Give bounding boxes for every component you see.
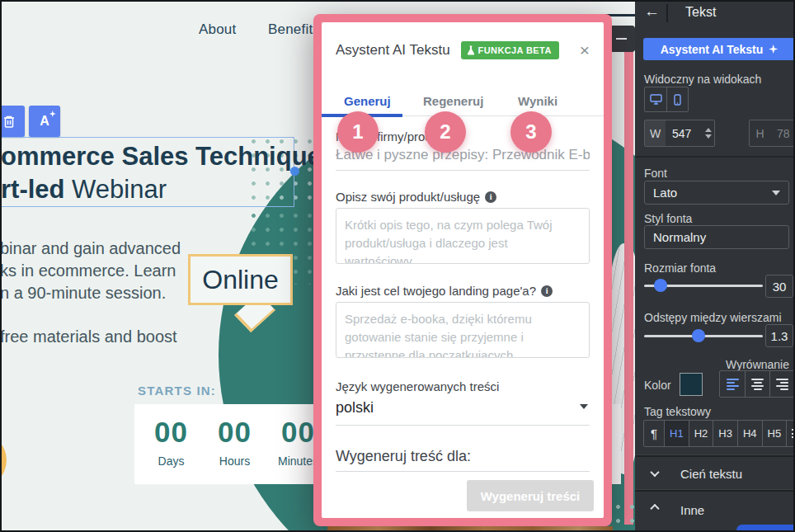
trash-icon	[2, 115, 16, 129]
close-icon[interactable]: ×	[580, 44, 590, 57]
slider-thumb[interactable]	[692, 329, 705, 342]
header-divider	[666, 4, 668, 22]
sparkle-icon	[769, 45, 778, 54]
desktop-icon	[650, 94, 662, 105]
list-icon	[792, 429, 795, 438]
color-label: Kolor	[644, 379, 671, 392]
flask-icon	[467, 45, 475, 55]
line-height-slider[interactable]	[644, 335, 763, 337]
beta-badge: FUNKCJA BETA	[461, 41, 559, 59]
align-right-button[interactable]	[769, 371, 794, 397]
generate-content-button[interactable]: Wygeneruj treści	[467, 480, 594, 511]
line-height-label: Odstępy między wierszami	[644, 311, 782, 324]
tag-h2-button[interactable]: H2	[689, 421, 713, 446]
settings-sidebar: ← Tekst Asystent AI Tekstu Widoczny na w…	[635, 0, 795, 532]
width-value[interactable]: 547	[666, 120, 703, 146]
font-size-value[interactable]: 30	[765, 275, 793, 298]
minus-icon	[616, 38, 627, 40]
selection-resize-handle[interactable]	[290, 167, 299, 176]
text-tag-group: ¶ H1 H2 H3 H4 H5	[643, 420, 795, 447]
name-input[interactable]	[336, 145, 590, 171]
chevron-down-icon	[650, 468, 659, 477]
ai-text-icon: A	[40, 114, 49, 129]
tab-generuj[interactable]: Generuj	[344, 94, 391, 108]
back-arrow-icon[interactable]: ←	[644, 2, 660, 21]
step-badge-1: 1	[337, 111, 379, 153]
width-field[interactable]: W 547	[644, 120, 715, 147]
nav-link-benefits[interactable]: Benefits	[268, 21, 320, 38]
countdown-days: 00 Days	[139, 416, 203, 484]
tag-h3-button[interactable]: H3	[713, 421, 737, 446]
chevron-up-icon	[650, 504, 659, 513]
other-section-header[interactable]: Inne	[635, 493, 795, 526]
description-textarea[interactable]	[336, 208, 590, 264]
heading-line-2: rt-led Webinar	[1, 173, 294, 206]
height-label: H	[750, 120, 770, 146]
info-icon[interactable]: i	[485, 191, 496, 203]
font-style-select[interactable]: Normalny	[644, 225, 789, 249]
language-select[interactable]: polski	[336, 397, 590, 426]
width-stepper[interactable]	[703, 120, 714, 146]
pink-section-edge	[624, 46, 633, 525]
hidden-bottom-button[interactable]	[736, 525, 795, 532]
selected-heading-element[interactable]: ommerce Sales Techniques rt-led Webinar	[0, 137, 294, 207]
device-visibility-group	[644, 87, 689, 112]
heading-line-1: ommerce Sales Techniques	[1, 140, 294, 173]
tag-h1-button[interactable]: H1	[664, 421, 689, 446]
goal-field-label: Jaki jest cel twojego landing page'a? i	[336, 284, 553, 298]
line-height-value[interactable]: 1.3	[765, 324, 793, 347]
body-paragraph[interactable]: binar and gain advanced ks in ecommerce.…	[0, 238, 181, 348]
desktop-visibility-toggle[interactable]	[645, 87, 666, 111]
goal-textarea[interactable]	[336, 302, 590, 358]
sidebar-header: ← Tekst	[635, 0, 795, 26]
font-size-label: Rozmiar fonta	[644, 261, 716, 275]
yellow-circle-decoration	[0, 433, 7, 487]
countdown-title: STARTS IN:	[138, 384, 216, 398]
align-left-button[interactable]	[720, 371, 745, 397]
panel-title: Tekst	[685, 5, 716, 20]
tag-h5-button[interactable]: H5	[762, 421, 787, 446]
tag-h4-button[interactable]: H4	[737, 421, 762, 446]
generate-for-heading: Wygeneruj treść dla:	[336, 448, 590, 472]
online-badge: Online	[188, 254, 293, 305]
info-icon[interactable]: i	[541, 285, 553, 297]
tag-list-button[interactable]	[786, 421, 795, 446]
language-field-label: Język wygenerowanych treści	[336, 379, 499, 393]
step-badge-2: 2	[425, 111, 466, 153]
tab-regeneruj[interactable]: Regeneruj	[423, 94, 483, 108]
font-select[interactable]: Lato	[644, 181, 789, 205]
text-tag-label: Tag tekstowy	[644, 405, 711, 418]
step-down-icon[interactable]	[705, 134, 712, 139]
align-center-button[interactable]	[745, 371, 769, 397]
alignment-label: Wyrównanie	[726, 358, 789, 371]
chevron-down-icon	[580, 404, 588, 409]
text-color-swatch[interactable]	[680, 373, 703, 396]
tag-paragraph-button[interactable]: ¶	[644, 421, 664, 446]
width-label: W	[645, 120, 666, 146]
delete-element-button[interactable]	[0, 106, 25, 137]
align-right-icon	[776, 379, 788, 390]
ai-assistant-button[interactable]: A	[29, 106, 60, 137]
tab-wyniki[interactable]: Wyniki	[518, 94, 557, 108]
slider-thumb[interactable]	[654, 279, 667, 292]
step-badge-3: 3	[510, 111, 552, 153]
height-field: H 78	[749, 120, 795, 147]
dot-pattern	[611, 500, 634, 532]
font-label: Font	[644, 167, 667, 180]
font-size-slider[interactable]	[644, 285, 763, 287]
ai-text-assistant-modal: Asystent AI Tekstu FUNKCJA BETA × Generu…	[313, 14, 612, 526]
photo-strip-fragment	[327, 526, 613, 532]
align-left-icon	[727, 379, 739, 390]
visibility-label: Widoczny na widokach	[644, 73, 761, 86]
ai-assistant-sidebar-button[interactable]: Asystent AI Tekstu	[643, 38, 795, 60]
text-shadow-section-header[interactable]: Cień tekstu	[635, 457, 795, 490]
alignment-group	[719, 370, 795, 398]
nav-link-about[interactable]: About	[199, 21, 236, 38]
countdown-hours: 00 Hours	[203, 416, 266, 484]
font-style-label: Styl fonta	[644, 212, 692, 225]
modal-title: Asystent AI Tekstu	[336, 42, 450, 59]
step-up-icon[interactable]	[705, 128, 712, 132]
chevron-down-icon	[772, 191, 780, 195]
mobile-visibility-toggle[interactable]	[666, 87, 688, 111]
mobile-icon	[674, 94, 681, 106]
